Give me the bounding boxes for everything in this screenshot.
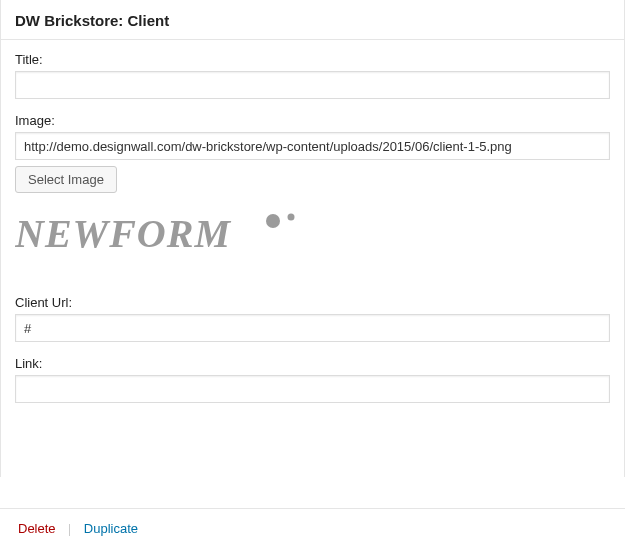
widget-header: DW Brickstore: Client	[1, 0, 624, 40]
widget-body: Title: Image: Select Image NEWFORM	[1, 40, 624, 477]
widget-footer: Delete Duplicate	[0, 508, 625, 548]
title-input[interactable]	[15, 71, 610, 99]
delete-link[interactable]: Delete	[18, 521, 56, 536]
svg-point-0	[266, 214, 280, 228]
image-url-input[interactable]	[15, 132, 610, 160]
field-link: Link:	[15, 356, 610, 403]
client-url-label: Client Url:	[15, 295, 610, 310]
client-logo-icon: NEWFORM	[15, 203, 315, 267]
field-image: Image: Select Image NEWFORM	[15, 113, 610, 271]
logo-text: NEWFORM	[15, 211, 231, 256]
link-label: Link:	[15, 356, 610, 371]
field-title: Title:	[15, 52, 610, 99]
widget-title: DW Brickstore: Client	[15, 12, 610, 29]
link-input[interactable]	[15, 375, 610, 403]
image-preview: NEWFORM	[15, 199, 610, 271]
select-image-button[interactable]: Select Image	[15, 166, 117, 193]
footer-separator	[69, 524, 70, 536]
svg-point-1	[288, 214, 295, 221]
client-url-input[interactable]	[15, 314, 610, 342]
duplicate-link[interactable]: Duplicate	[84, 521, 138, 536]
title-label: Title:	[15, 52, 610, 67]
field-client-url: Client Url:	[15, 295, 610, 342]
image-label: Image:	[15, 113, 610, 128]
widget-panel: DW Brickstore: Client Title: Image: Sele…	[0, 0, 625, 477]
